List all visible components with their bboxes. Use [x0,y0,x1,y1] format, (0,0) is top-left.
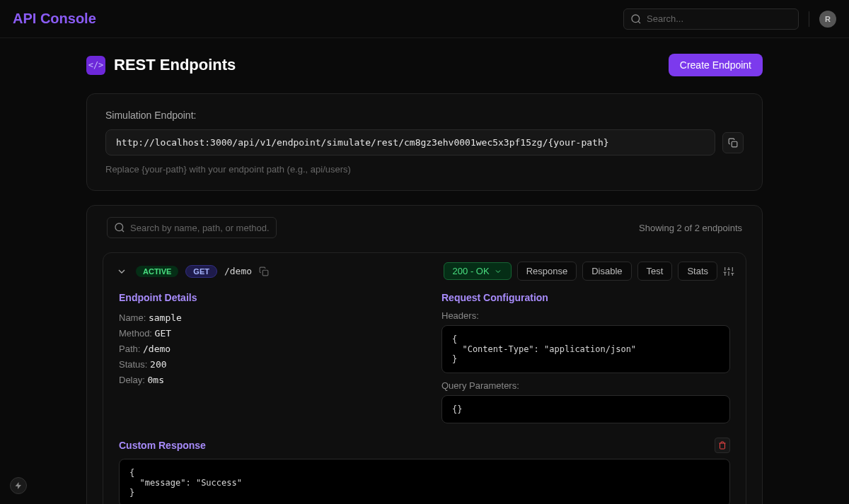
details-title: Endpoint Details [119,292,408,303]
disable-button[interactable]: Disable [582,262,631,281]
simulation-label: Simulation Endpoint: [105,110,744,121]
request-config-title: Request Configuration [441,292,730,303]
response-button[interactable]: Response [517,262,577,281]
endpoint-search-input[interactable] [107,217,277,238]
svg-rect-5 [262,270,268,276]
detail-path-label: Path: [119,344,140,354]
status-code-select[interactable]: 200 - OK [444,262,512,280]
page-title: REST Endpoints [114,56,236,74]
detail-delay-label: Delay: [119,375,145,385]
endpoints-list-card: Showing 2 of 2 endpoints ACTIVE GET /dem… [86,205,763,504]
expand-toggle[interactable] [115,264,129,279]
copy-icon [728,138,738,148]
copy-url-button[interactable] [722,132,744,153]
create-endpoint-button[interactable]: Create Endpoint [669,54,763,76]
headers-content: { "Content-Type": "application/json" } [441,325,730,373]
svg-rect-2 [732,141,737,147]
bolt-badge[interactable] [10,477,27,494]
simulation-hint: Replace {your-path} with your endpoint p… [105,164,744,175]
custom-response-title: Custom Response [119,440,206,451]
endpoint-row: ACTIVE GET /demo 200 - OK [103,252,746,504]
method-badge: GET [185,265,217,278]
search-icon [630,13,642,25]
detail-delay-value: 0ms [147,375,163,385]
detail-name-value: sample [149,312,182,323]
chevron-down-icon [494,267,502,276]
header-divider [809,11,809,27]
bolt-icon [14,481,23,490]
detail-method-value: GET [155,328,171,339]
endpoint-search-wrapper [107,217,277,238]
delete-response-button[interactable] [715,438,730,453]
page-icon: </> [86,56,105,75]
app-brand[interactable]: API Console [13,11,96,27]
detail-method-label: Method: [119,328,152,339]
custom-response-content: { "message": "Success" } [119,459,730,504]
test-button[interactable]: Test [637,262,673,281]
global-search-wrapper [623,8,799,30]
svg-line-4 [122,230,124,232]
endpoint-path: /demo [224,266,252,276]
stats-button[interactable]: Stats [678,262,717,281]
chevron-down-icon [116,266,127,277]
detail-name-label: Name: [119,312,146,323]
search-icon [114,222,125,233]
simulation-card: Simulation Endpoint: http://localhost:30… [86,93,763,191]
detail-status-value: 200 [150,359,166,370]
query-content: {} [441,395,730,423]
svg-line-1 [638,21,640,23]
svg-point-3 [115,223,123,231]
copy-path-button[interactable] [259,266,269,276]
svg-point-0 [632,15,640,23]
query-label: Query Parameters: [441,380,730,391]
simulation-url-input[interactable]: http://localhost:3000/api/v1/endpoint/si… [105,129,715,156]
trash-icon [718,441,727,450]
status-code-label: 200 - OK [453,266,490,276]
detail-path-value: /demo [143,344,171,354]
settings-icon[interactable] [723,266,734,277]
detail-status-label: Status: [119,359,147,370]
status-badge: ACTIVE [136,266,178,277]
endpoint-count: Showing 2 of 2 endpoints [639,223,742,233]
global-search-input[interactable] [623,8,799,30]
headers-label: Headers: [441,310,730,321]
user-avatar[interactable]: R [819,11,836,28]
